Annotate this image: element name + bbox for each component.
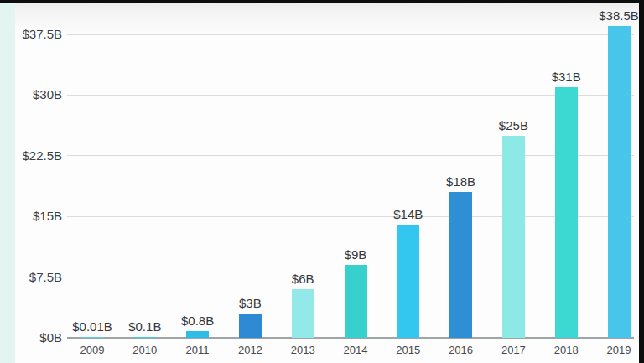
chart-screen: $0B$7.5B$15B$22.5B$30B$37.5B$0.01B2009$0… xyxy=(0,0,644,363)
y-axis-label-7.5: $7.5B xyxy=(0,270,62,285)
gridline-15 xyxy=(67,216,634,217)
bar-2011 xyxy=(186,331,209,338)
value-label-2016: $18B xyxy=(419,174,503,189)
gridline-37.5 xyxy=(67,34,634,35)
gridline-22.5 xyxy=(67,155,634,156)
right-frame-edge xyxy=(639,0,644,363)
bar-2012 xyxy=(239,314,262,338)
bar-chart: $0B$7.5B$15B$22.5B$30B$37.5B$0.01B2009$0… xyxy=(0,0,644,363)
bar-2015 xyxy=(397,225,419,338)
value-label-2018: $31B xyxy=(524,70,608,84)
y-axis-label-37.5: $37.5B xyxy=(0,27,62,42)
bar-2014 xyxy=(345,265,367,338)
bar-2018 xyxy=(555,87,578,338)
bar-2010 xyxy=(133,337,156,339)
gridline-30 xyxy=(67,95,634,96)
value-label-2011: $0.8B xyxy=(156,314,240,328)
value-label-2014: $9B xyxy=(314,247,397,262)
x-axis-label-2019: 2019 xyxy=(585,344,644,356)
value-label-2019: $38.5B xyxy=(577,8,644,23)
bar-2016 xyxy=(449,192,472,338)
y-axis-label-30: $30B xyxy=(0,87,62,102)
bar-2009 xyxy=(81,337,104,339)
bar-2017 xyxy=(502,136,525,338)
value-label-2013: $6B xyxy=(261,272,345,286)
value-label-2017: $25B xyxy=(471,118,555,132)
bar-2019 xyxy=(608,26,631,338)
bar-2013 xyxy=(292,289,314,338)
value-label-2015: $14B xyxy=(366,207,450,221)
y-axis-label-22.5: $22.5B xyxy=(0,148,62,163)
value-label-2012: $3B xyxy=(208,296,292,310)
y-axis-label-15: $15B xyxy=(0,209,62,224)
